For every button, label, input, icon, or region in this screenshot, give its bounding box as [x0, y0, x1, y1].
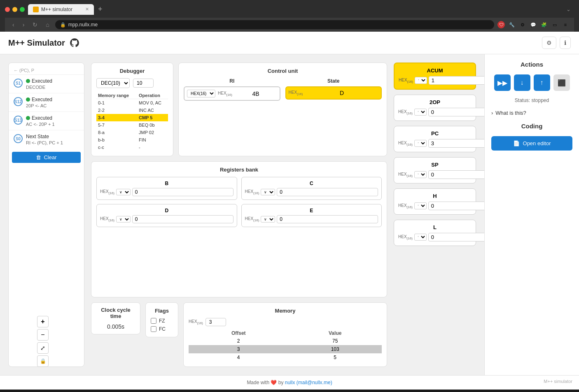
- h-panel: H HEX(16) ∨: [394, 188, 476, 215]
- main-content: ← (PC), P S1 Executed DECODE: [0, 54, 484, 375]
- right-sidebar: Actions ▶▶ ↓ ↑ ⬛ Status: stopped › What …: [484, 54, 579, 375]
- trash-icon: 🗑: [36, 154, 41, 160]
- ri-format-label: HEX(16): [218, 91, 232, 97]
- state-item-s13: S13 Executed AC <- 20P + 1: [9, 112, 84, 130]
- reg-value-e[interactable]: [277, 215, 378, 223]
- memory-value-col: Value: [288, 329, 382, 337]
- reg-label-e: E: [245, 208, 378, 213]
- reg-format-select-d[interactable]: ∨: [116, 216, 131, 223]
- ri-format-select[interactable]: HEX(16): [187, 90, 215, 97]
- minimize-button[interactable]: [12, 7, 17, 12]
- h-value-input[interactable]: [428, 202, 484, 210]
- executed-dot-s12: [26, 97, 30, 102]
- fit-button[interactable]: ⤢: [37, 342, 49, 354]
- zoom-controls: + − ⤢ 🔒: [37, 316, 49, 367]
- acum-value-input[interactable]: [429, 76, 484, 85]
- stop-icon: ⬛: [558, 79, 566, 87]
- tab-favicon: [33, 7, 39, 12]
- op2-value-input[interactable]: [428, 108, 484, 116]
- op2-format-select[interactable]: ∨: [414, 109, 427, 116]
- l-format-select[interactable]: ∨: [414, 234, 427, 241]
- menu-icon[interactable]: ≡: [562, 21, 569, 28]
- close-button[interactable]: [5, 7, 10, 12]
- ext5-icon[interactable]: ▭: [551, 21, 558, 28]
- window-controls: ⌄: [566, 6, 574, 12]
- state-content-s13: Executed AC <- 20P + 1: [26, 115, 79, 127]
- settings-button[interactable]: ⚙: [542, 37, 556, 49]
- register-e: E HEX(16) ∨: [241, 204, 382, 227]
- debugger-panel: Debugger DEC(10) Memory range Op: [91, 63, 173, 156]
- debugger-row: 2-2INC AC: [96, 107, 168, 114]
- sp-format-select[interactable]: ∨: [414, 171, 427, 178]
- app-title: M++ Simulator: [8, 37, 80, 48]
- h-format-select[interactable]: ∨: [414, 202, 427, 209]
- l-value-input[interactable]: [428, 233, 484, 241]
- clear-button[interactable]: 🗑 Clear: [12, 152, 81, 163]
- flags-list: FZ FC: [151, 318, 173, 332]
- home-button[interactable]: ⌂: [43, 21, 51, 29]
- tab-close-button[interactable]: ✕: [85, 7, 89, 12]
- zoom-out-button[interactable]: −: [37, 329, 49, 341]
- reg-format-select-c[interactable]: ∨: [261, 189, 275, 195]
- reg-format-select-e[interactable]: ∨: [261, 216, 275, 223]
- step-back-button[interactable]: ↑: [534, 74, 550, 91]
- maximize-button[interactable]: [20, 7, 25, 12]
- flag-checkbox-fz[interactable]: [151, 318, 156, 324]
- ri-box: HEX(16) HEX(16) 4B: [184, 86, 280, 101]
- active-tab[interactable]: M++ simulator ✕: [28, 4, 94, 15]
- state-badge-s13: S13: [14, 116, 23, 125]
- reg-format-d: HEX(16): [100, 216, 114, 222]
- lock-zoom-button[interactable]: 🔒: [37, 355, 49, 367]
- base-select[interactable]: DEC(10): [96, 78, 130, 88]
- brave-icon: 🛡: [497, 21, 505, 28]
- reg-format-select-b[interactable]: ∨: [116, 189, 131, 195]
- reload-button[interactable]: ↻: [30, 21, 40, 29]
- state-badge-s1: S1: [14, 79, 23, 88]
- ext4-icon[interactable]: 🧩: [540, 21, 548, 28]
- what-is-this-link[interactable]: › What is this?: [491, 110, 572, 116]
- watermark: M++ simulator: [544, 379, 572, 384]
- debugger-controls: DEC(10): [96, 78, 168, 88]
- pc-value-input[interactable]: [428, 139, 484, 148]
- step-forward-button[interactable]: ↓: [514, 74, 530, 91]
- pc-format-select[interactable]: ∨: [414, 140, 427, 147]
- right-registers-panel: ACUM HEX(16) ∨ 2OP HEX(16) ∨: [394, 63, 476, 367]
- ext3-icon[interactable]: 💬: [530, 21, 537, 28]
- reg-value-b[interactable]: [132, 188, 233, 196]
- open-editor-button[interactable]: 📄 Open editor: [491, 136, 572, 151]
- memory-offset-cell: 2: [189, 337, 288, 345]
- stop-button[interactable]: ⬛: [553, 74, 570, 91]
- lock-icon: 🔒: [60, 22, 66, 28]
- reg-value-d[interactable]: [132, 215, 233, 223]
- sp-value-input[interactable]: [428, 170, 484, 179]
- address-bar[interactable]: 🔒 mpp.nullx.me: [55, 20, 494, 29]
- new-tab-button[interactable]: +: [96, 3, 104, 15]
- zoom-in-button[interactable]: +: [37, 316, 49, 327]
- memory-address-input[interactable]: [205, 318, 226, 326]
- base-value-input[interactable]: [133, 79, 154, 88]
- traffic-lights: [5, 7, 25, 12]
- header-actions: ⚙ ℹ: [542, 37, 571, 49]
- acum-field: HEX(16) ∨: [399, 76, 471, 85]
- forward-button[interactable]: ›: [20, 21, 27, 29]
- state-desc-s1: DECODE: [26, 85, 79, 90]
- flag-checkbox-fc[interactable]: [151, 326, 156, 332]
- run-button[interactable]: ▶▶: [494, 74, 511, 91]
- debug-op: JMP 02: [137, 129, 168, 136]
- debug-range: 8-a: [96, 129, 137, 136]
- center-panels: Debugger DEC(10) Memory range Op: [91, 63, 387, 367]
- state-item-s1: S1 Executed DECODE: [9, 75, 84, 93]
- ext2-icon[interactable]: ⚙: [519, 21, 526, 28]
- memory-value-cell: 103: [288, 345, 382, 353]
- tab-label: M++ simulator: [41, 7, 72, 12]
- reg-field-b: HEX(16) ∨: [100, 188, 233, 196]
- acum-format-select[interactable]: ∨: [415, 77, 427, 84]
- back-button[interactable]: ‹: [10, 21, 17, 29]
- ext1-icon[interactable]: 🔧: [508, 21, 516, 28]
- github-icon[interactable]: [69, 37, 80, 48]
- reg-label-b: B: [100, 181, 233, 186]
- info-button[interactable]: ℹ: [560, 37, 571, 49]
- reg-value-c[interactable]: [277, 188, 378, 196]
- footer-link[interactable]: nullx (mail@nullx.me): [285, 380, 332, 385]
- memory-row: 3103: [189, 345, 382, 353]
